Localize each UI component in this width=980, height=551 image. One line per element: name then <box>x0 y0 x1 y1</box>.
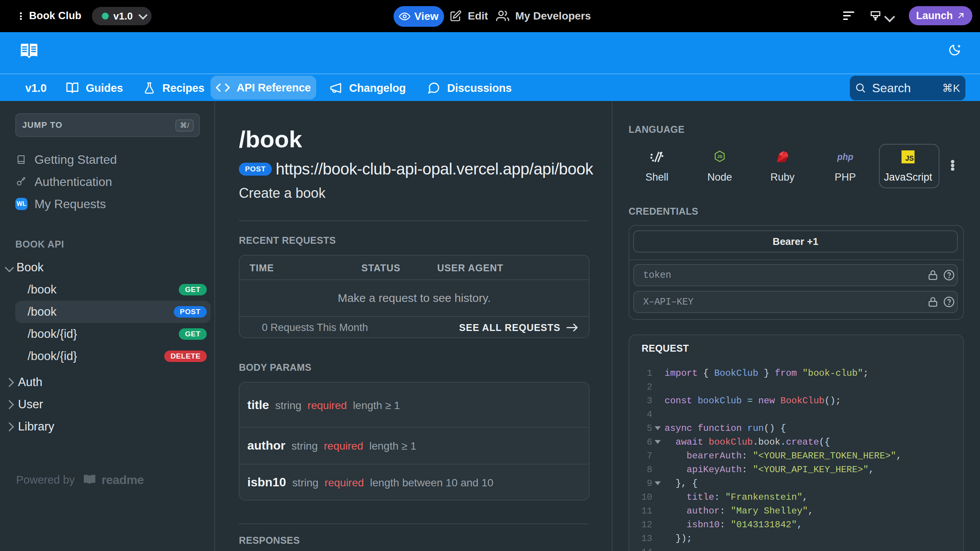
svg-text:JS: JS <box>717 154 722 159</box>
